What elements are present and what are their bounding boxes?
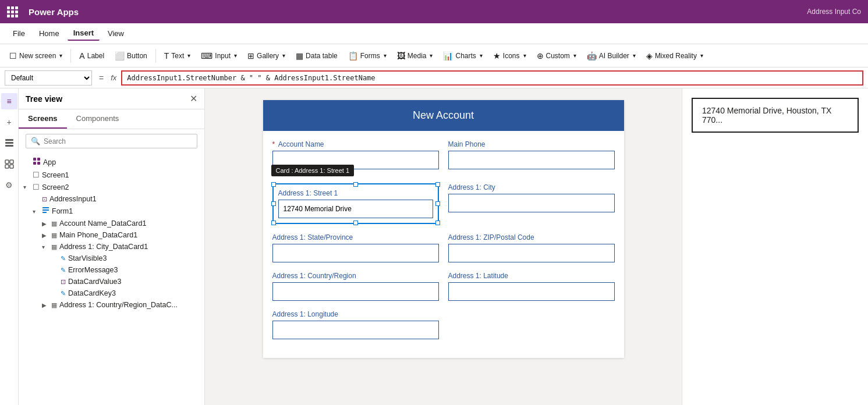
datacardkey3-label: DataCardKey3 — [68, 289, 200, 297]
button-button[interactable]: ⬜ Button — [110, 49, 152, 63]
starvisible3-label: StarVisible3 — [68, 254, 200, 262]
icons-button[interactable]: ★ Icons ▾ — [488, 49, 531, 63]
ai-builder-button[interactable]: 🤖 AI Builder ▾ — [582, 49, 640, 63]
main-phone-input[interactable] — [448, 151, 615, 169]
canvas-area[interactable]: New Account * Account Name Main Phone — [205, 88, 682, 405]
charts-button[interactable]: 📊 Charts ▾ — [438, 49, 487, 63]
waffle-icon[interactable] — [7, 6, 18, 17]
media-icon: 🖼 — [397, 51, 405, 61]
new-screen-button[interactable]: ☐ New screen ▾ — [5, 49, 67, 63]
button-icon: ⬜ — [115, 51, 125, 61]
menu-insert[interactable]: Insert — [68, 26, 100, 41]
address-zip-field: Address 1: ZIP/Postal Code — [448, 233, 615, 262]
tree-item-account-datacard[interactable]: ▶ ▦ Account Name_DataCard1 — [19, 218, 204, 229]
menu-file[interactable]: File — [7, 27, 31, 40]
menu-bar: File Home Insert View — [0, 23, 868, 44]
title-bar: Power Apps Address Input Co — [0, 0, 868, 23]
address-latitude-label: Address 1: Latitude — [448, 272, 615, 280]
datacardvalue3-icon: ⊡ — [61, 278, 66, 286]
tree-item-starvisible3[interactable]: ✎ StarVisible3 — [19, 253, 204, 264]
svg-rect-0 — [5, 139, 13, 141]
menu-view[interactable]: View — [102, 27, 130, 40]
text-icon: T — [164, 51, 169, 61]
handle-tl — [271, 182, 276, 187]
media-button[interactable]: 🖼 Media ▾ — [392, 49, 438, 63]
tree-item-app[interactable]: App — [19, 155, 204, 169]
custom-chevron: ▾ — [573, 52, 576, 59]
datacardvalue3-label: DataCardValue3 — [68, 278, 200, 286]
svg-rect-5 — [5, 165, 9, 168]
screen-icon: ☐ — [9, 51, 17, 61]
toolbar: ☐ New screen ▾ A Label ⬜ Button T Text ▾… — [0, 44, 868, 68]
addressinput-label: AddressInput1 — [49, 195, 200, 203]
ai-builder-chevron: ▾ — [633, 52, 636, 59]
account-datacard-chevron: ▶ — [42, 221, 49, 227]
variables-icon[interactable] — [1, 156, 17, 172]
address-latitude-input[interactable] — [448, 282, 615, 301]
tab-components[interactable]: Components — [67, 109, 129, 129]
search-box: 🔍 — [26, 134, 197, 148]
address-city-input[interactable] — [448, 194, 615, 212]
formula-input[interactable] — [121, 70, 863, 86]
tree-item-errormessage3[interactable]: ✎ ErrorMessage3 — [19, 264, 204, 276]
form-row-3: Address 1: State/Province Address 1: ZIP… — [272, 233, 615, 262]
account-name-label: * Account Name — [272, 140, 439, 148]
app-title: Power Apps — [29, 7, 79, 17]
svg-rect-8 — [37, 158, 40, 161]
tree-item-country-datacard[interactable]: ▶ ▦ Address 1: Country/Region_DataC... — [19, 299, 204, 311]
errormessage3-icon: ✎ — [61, 267, 66, 274]
address-city-label: Address 1: City — [448, 183, 615, 191]
tree-item-city-datacard[interactable]: ▾ ▦ Address 1: City_DataCard1 — [19, 241, 204, 253]
gallery-chevron: ▾ — [282, 52, 285, 59]
tree-item-phone-datacard[interactable]: ▶ ▦ Main Phone_DataCard1 — [19, 229, 204, 241]
custom-button[interactable]: ⊕ Custom ▾ — [532, 49, 581, 63]
address-card-selected[interactable]: Address 1: Street 1 — [272, 183, 439, 224]
add-component-icon[interactable]: + — [1, 114, 17, 130]
mixed-reality-icon: ◈ — [646, 51, 653, 61]
tree-item-screen1[interactable]: ☐ Screen1 — [19, 169, 204, 181]
tree-view-icon[interactable]: ≡ — [1, 93, 17, 109]
address-country-field: Address 1: Country/Region — [272, 272, 439, 301]
label-button[interactable]: A Label — [75, 49, 109, 63]
address-state-input[interactable] — [272, 244, 439, 262]
address-preview-value: 12740 Memorial Drive, Houston, TX 770... — [702, 106, 848, 125]
data-icon[interactable] — [1, 135, 17, 151]
form-preview: New Account * Account Name Main Phone — [263, 100, 624, 358]
address-country-input[interactable] — [272, 282, 439, 301]
address-street-input[interactable] — [278, 200, 433, 218]
svg-rect-7 — [33, 158, 36, 161]
address-country-label: Address 1: Country/Region — [272, 272, 439, 280]
datacardkey3-icon: ✎ — [61, 290, 66, 297]
main-layout: ≡ + ⚙ Tree view ✕ Screens Components 🔍 — [0, 88, 868, 405]
svg-rect-1 — [5, 142, 13, 144]
menu-home[interactable]: Home — [33, 27, 65, 40]
input-chevron: ▾ — [234, 52, 237, 59]
forms-button[interactable]: 📋 Forms ▾ — [343, 49, 391, 63]
mixed-reality-button[interactable]: ◈ Mixed Reality ▾ — [642, 49, 708, 63]
tab-screens[interactable]: Screens — [19, 109, 67, 129]
screen2-label: Screen2 — [42, 183, 200, 191]
address-state-field: Address 1: State/Province — [272, 233, 439, 262]
screen1-icon: ☐ — [33, 170, 40, 179]
address-zip-input[interactable] — [448, 244, 615, 262]
tree-item-addressinput1[interactable]: ⊡ AddressInput1 — [19, 193, 204, 205]
settings-icon[interactable]: ⚙ — [1, 177, 17, 193]
empty-field — [448, 310, 615, 339]
search-input[interactable] — [44, 137, 192, 145]
gallery-button[interactable]: ⊞ Gallery ▾ — [243, 49, 290, 63]
handle-tr — [435, 182, 440, 187]
handle-tm — [353, 182, 358, 187]
address-street-label: Address 1: Street 1 — [278, 189, 433, 197]
address-longitude-input[interactable] — [272, 321, 439, 339]
new-screen-chevron: ▾ — [59, 52, 62, 59]
tree-item-datacardkey3[interactable]: ✎ DataCardKey3 — [19, 287, 204, 299]
tree-item-screen2[interactable]: ▾ ☐ Screen2 — [19, 181, 204, 193]
tree-item-datacardvalue3[interactable]: ⊡ DataCardValue3 — [19, 276, 204, 287]
input-button[interactable]: ⌨ Input ▾ — [196, 49, 242, 63]
sidebar-close-button[interactable]: ✕ — [190, 93, 197, 104]
tree-item-form1[interactable]: ▾ Form1 — [19, 205, 204, 218]
property-select[interactable]: Default — [5, 70, 92, 86]
text-button[interactable]: T Text ▾ — [160, 49, 196, 63]
address-state-label: Address 1: State/Province — [272, 233, 439, 241]
datatable-button[interactable]: ▦ Data table — [291, 49, 342, 63]
